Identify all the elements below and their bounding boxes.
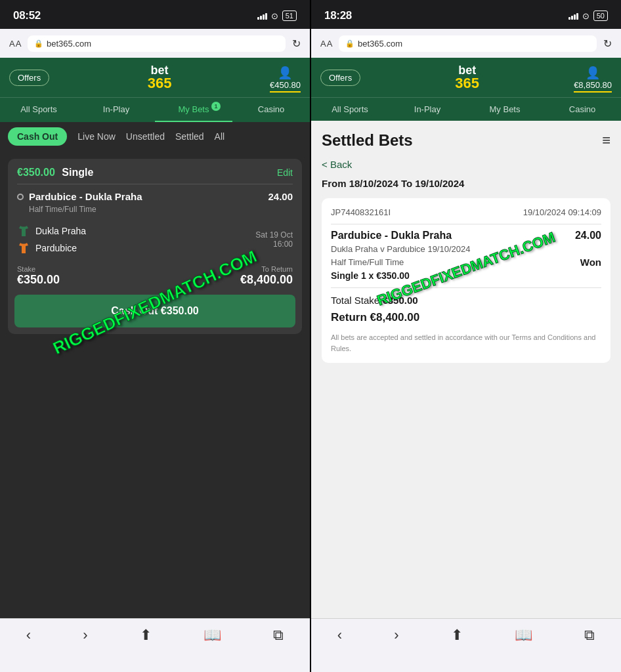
bet-ref: JP7440832161I <box>331 207 391 217</box>
right-status-icons: ⊙ 50 <box>568 10 608 21</box>
right-account-area[interactable]: 👤 €8,850.80 <box>574 66 612 90</box>
battery-icon: 51 <box>282 10 297 21</box>
right-share-icon[interactable]: ⬆︎ <box>451 627 463 644</box>
back-nav-icon[interactable]: ‹ <box>26 627 31 644</box>
right-balance: €8,850.80 <box>574 80 612 93</box>
edit-link[interactable]: Edit <box>277 167 293 178</box>
right-back-nav-icon[interactable]: ‹ <box>337 627 342 644</box>
tab-in-play[interactable]: In-Play <box>77 98 155 122</box>
right-bottom-nav: ‹ › ⬆︎ 📖 ⧉ <box>311 618 621 672</box>
offers-button[interactable]: Offers <box>9 70 49 86</box>
result-odds: 24.00 <box>575 230 601 242</box>
total-return-row: Return €8,400.00 <box>331 311 601 324</box>
stake-col: Stake €350.00 <box>17 265 60 287</box>
result-sub: Dukla Praha v Pardubice 19/10/2024 <box>331 244 601 254</box>
settled-header: Settled Bets ≡ <box>322 131 610 150</box>
right-bet365-logo: bet 365 <box>455 64 479 91</box>
bet-card: €350.00 Single Edit Pardubice - Dukla Pr… <box>8 159 302 334</box>
right-refresh-btn[interactable]: ↻ <box>603 37 612 50</box>
right-font-size-btn[interactable]: A A <box>320 39 332 49</box>
right-bet-num: 365 <box>455 76 479 91</box>
all-sub-tab[interactable]: All <box>215 131 225 142</box>
hamburger-menu-icon[interactable]: ≡ <box>602 132 610 149</box>
right-url-bar[interactable]: 🔒 bet365.com <box>339 35 597 52</box>
lock-icon: 🔒 <box>34 39 43 48</box>
share-icon[interactable]: ⬆︎ <box>140 627 152 644</box>
right-tab-casino[interactable]: Casino <box>544 98 621 121</box>
stake-label: Stake <box>17 265 60 273</box>
settled-sub-tab[interactable]: Settled <box>175 131 204 142</box>
match-date: Sat 19 Oct <box>255 230 293 240</box>
left-nav-tabs: All Sports In-Play My Bets 1 Casino <box>0 97 310 122</box>
date-range: From 18/10/2024 To 19/10/2024 <box>322 178 610 189</box>
right-tab-all-sports[interactable]: All Sports <box>311 98 389 121</box>
left-app-header: Offers bet 365 👤 €450.80 <box>0 58 310 97</box>
team1-name: Dukla Praha <box>35 226 86 236</box>
right-wifi-icon: ⊙ <box>582 11 589 21</box>
cashout-button[interactable]: Cash Out €350.00 <box>14 295 295 327</box>
signal-icon <box>257 12 267 20</box>
forward-nav-icon[interactable]: › <box>83 627 87 644</box>
right-lock-icon: 🔒 <box>345 39 354 48</box>
selection-indicator <box>17 194 24 200</box>
bet-num: 365 <box>148 76 172 91</box>
right-offers-button[interactable]: Offers <box>320 70 360 86</box>
right-app-header: Offers bet 365 👤 €8,850.80 <box>311 58 621 97</box>
right-status-bar: 18:28 ⊙ 50 <box>311 0 621 29</box>
right-forward-nav-icon[interactable]: › <box>394 627 398 644</box>
match-name-row: Pardubice - Dukla Praha 24.00 <box>17 191 293 202</box>
refresh-btn[interactable]: ↻ <box>292 37 301 50</box>
tab-casino[interactable]: Casino <box>232 98 310 122</box>
left-status-bar: 08:52 ⊙ 51 <box>0 0 310 29</box>
account-icon: 👤 <box>270 66 301 80</box>
settled-title: Settled Bets <box>322 131 413 150</box>
bet365-logo: bet 365 <box>148 64 172 91</box>
cashout-sub-tab[interactable]: Cash Out <box>8 127 67 146</box>
left-url-bar[interactable]: 🔒 bet365.com <box>28 35 286 52</box>
return-col: To Return €8,400.00 <box>240 265 293 287</box>
right-url: bet365.com <box>358 39 402 49</box>
unsettled-sub-tab[interactable]: Unsettled <box>126 131 165 142</box>
result-match-name: Pardubice - Dukla Praha <box>331 230 452 242</box>
right-tab-my-bets[interactable]: My Bets <box>466 98 544 121</box>
tab-all-sports[interactable]: All Sports <box>0 98 77 122</box>
bet-settle-datetime: 19/10/2024 09:14:09 <box>523 207 601 217</box>
team1-info: Dukla Praha <box>17 224 86 238</box>
team2-shirt-icon <box>17 242 30 255</box>
back-link[interactable]: < Back <box>322 159 610 170</box>
team1-shirt-icon <box>17 224 30 238</box>
tab-my-bets[interactable]: My Bets 1 <box>155 98 232 122</box>
team2-info: Pardubice <box>17 242 86 255</box>
live-now-sub-tab[interactable]: Live Now <box>77 131 116 142</box>
right-battery-icon: 50 <box>593 10 608 21</box>
bet-card-type: Single <box>62 167 93 178</box>
stake-value: €350.00 <box>17 273 60 287</box>
font-size-btn[interactable]: A A <box>9 39 21 49</box>
right-time: 18:28 <box>324 9 352 22</box>
match-name: Pardubice - Dukla Praha <box>29 191 142 202</box>
return-value: €8,400.00 <box>370 311 420 324</box>
right-tab-in-play[interactable]: In-Play <box>389 98 466 121</box>
right-signal-icon <box>568 12 578 20</box>
total-stake-value: €350.00 <box>382 295 418 306</box>
tabs-icon[interactable]: ⧉ <box>273 627 284 644</box>
settled-content: Settled Bets ≡ < Back From 18/10/2024 To… <box>311 121 621 618</box>
result-market: Half Time/Full Time <box>331 257 404 267</box>
wifi-icon: ⊙ <box>271 11 278 21</box>
return-label: Return <box>331 311 367 324</box>
bet-card-amount: €350.00 <box>17 167 55 178</box>
right-tabs-icon[interactable]: ⧉ <box>584 627 595 644</box>
bookmarks-icon[interactable]: 📖 <box>203 627 221 644</box>
result-market-row: Half Time/Full Time Won <box>331 257 601 268</box>
left-bottom-nav: ‹ › ⬆︎ 📖 ⧉ <box>0 618 310 672</box>
bet-amount-type: €350.00 Single <box>17 167 93 178</box>
right-bookmarks-icon[interactable]: 📖 <box>515 627 532 644</box>
left-url: bet365.com <box>47 39 91 49</box>
left-time: 08:52 <box>13 9 41 22</box>
sub-nav: Cash Out Live Now Unsettled Settled All <box>0 122 310 151</box>
match-info: Pardubice - Dukla Praha 24.00 Half Time/… <box>8 184 302 220</box>
teams-row: Dukla Praha Pardubice Sat 19 Oct 16:00 <box>8 220 302 259</box>
match-odds: 24.00 <box>268 191 293 202</box>
account-area[interactable]: 👤 €450.80 <box>270 66 301 90</box>
right-browser-bar: A A 🔒 bet365.com ↻ <box>311 29 621 58</box>
